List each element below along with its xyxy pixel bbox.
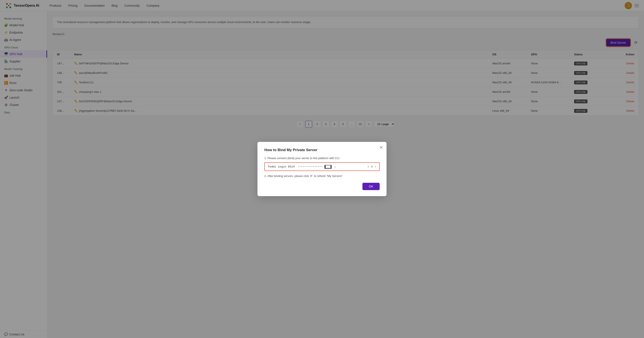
dropdown-icon[interactable]: ∨ xyxy=(368,165,369,168)
modal-step2: 2. After binding servers, please click ⟳… xyxy=(264,174,380,178)
modal-overlay[interactable]: ✕ How to Bind My Private Server 1. Pleas… xyxy=(0,0,644,338)
refresh-icon[interactable]: ⟳ xyxy=(310,174,312,178)
modal-step1: 1. Please connect (bind) your server to … xyxy=(264,157,380,160)
cli-masked: ••••••••••••••• xyxy=(298,165,323,168)
cli-command: fedml login 8514 ••••••••••••••• ███ ◻ xyxy=(268,165,366,168)
cli-box: fedml login 8514 ••••••••••••••• ███ ◻ ∨… xyxy=(264,162,380,171)
cli-command-text: fedml login 8514 xyxy=(268,165,295,168)
cli-action-icons: ∨ ⧉ ✦ xyxy=(368,165,376,168)
modal-step2-prefix: 2. After binding servers, please click xyxy=(264,174,309,178)
modal-title: How to Bind My Private Server xyxy=(264,148,380,152)
ok-button[interactable]: OK xyxy=(362,183,380,190)
copy-icon[interactable]: ⧉ xyxy=(371,165,373,168)
settings-icon[interactable]: ✦ xyxy=(374,165,376,168)
cli-cursor: ◻ xyxy=(334,165,336,168)
modal: ✕ How to Bind My Private Server 1. Pleas… xyxy=(258,142,386,196)
modal-footer: OK xyxy=(264,183,380,190)
cli-block: ███ xyxy=(324,165,332,169)
modal-step2-suffix: to refresh "My Servers" xyxy=(314,174,343,178)
modal-close-button[interactable]: ✕ xyxy=(380,145,383,150)
